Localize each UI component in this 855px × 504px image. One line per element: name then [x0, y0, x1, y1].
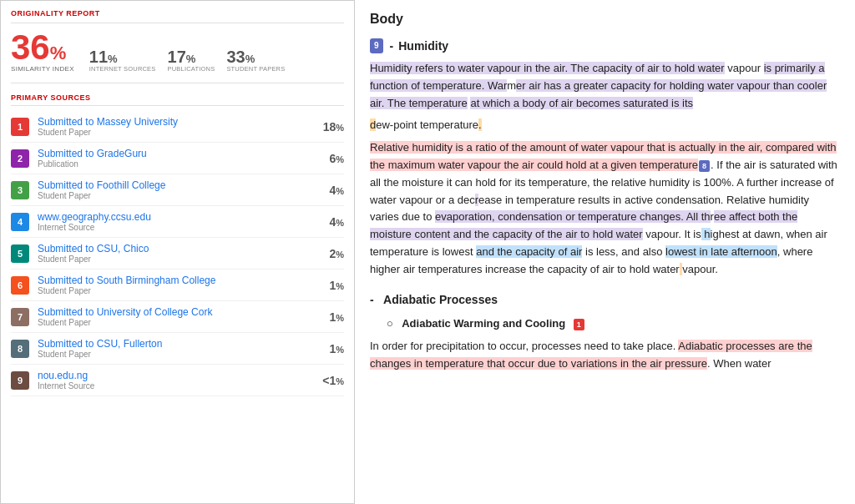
inline-badge-8: 8: [699, 160, 710, 172]
source-title-2[interactable]: Submitted to GradeGuru: [38, 148, 322, 159]
source-sub-5: Student Paper: [38, 255, 322, 264]
similarity-index-label: SIMILARITY INDEX: [11, 65, 74, 73]
source-info-4: www.geography.ccsu.edu Internet Source: [38, 211, 322, 232]
highlight-blue-3: lowest in late afternoon: [665, 245, 777, 258]
source-number-1: 1: [11, 118, 29, 136]
source-item-6[interactable]: 6 Submitted to South Birmingham College …: [11, 270, 344, 301]
source-number-2: 2: [11, 149, 29, 168]
internet-sources-label: INTERNET SOURCES: [89, 65, 156, 73]
highlight-pink-1: Relative humidity is a ratio of the amou…: [370, 141, 837, 171]
similarity-value-number: 36: [11, 28, 50, 67]
highlight-blue-2: and the capacity of air: [476, 245, 582, 258]
source-pct-6: 1%: [329, 279, 344, 292]
source-sub-3: Student Paper: [38, 191, 322, 200]
source-number-7: 7: [11, 308, 29, 326]
humidity-dash: -: [390, 37, 394, 55]
humidity-paragraph-3: Relative humidity is a ratio of the amou…: [370, 139, 840, 278]
metrics-row: 36% SIMILARITY INDEX 11% INTERNET SOURCE…: [11, 30, 344, 83]
source-info-9: nou.edu.ng Internet Source: [38, 370, 316, 391]
source-title-5[interactable]: Submitted to CSU, Chico: [38, 243, 322, 255]
source-info-7: Submitted to University of College Cork …: [38, 306, 322, 327]
similarity-index-metric: 36% SIMILARITY INDEX: [11, 30, 74, 73]
publications-metric: 17% PUBLICATIONS: [168, 48, 215, 73]
small-metrics-group: 11% INTERNET SOURCES 17% PUBLICATIONS 33…: [89, 48, 286, 73]
source-info-3: Submitted to Foothill College Student Pa…: [38, 179, 322, 200]
adiabatic-paragraph-1: In order for precipitation to occur, pro…: [370, 338, 840, 373]
similarity-index-value: 36%: [11, 30, 74, 65]
source-pct-2: 6%: [329, 152, 344, 165]
source-number-8: 8: [11, 340, 29, 358]
highlight-orange-3: [680, 263, 683, 275]
source-pct-4: 4%: [329, 215, 344, 229]
source-title-3[interactable]: Submitted to Foothill College: [38, 179, 322, 191]
source-item-5[interactable]: 5 Submitted to CSU, Chico Student Paper …: [11, 238, 344, 270]
source-pct-5: 2%: [329, 247, 344, 260]
source-title-8[interactable]: Submitted to CSU, Fullerton: [38, 338, 322, 350]
document-content-panel: Body 9 - Humidity Humidity refers to wat…: [355, 0, 855, 504]
highlight-purple-5: r: [475, 194, 478, 206]
source-title-4[interactable]: www.geography.ccsu.edu: [38, 211, 322, 223]
source-title-7[interactable]: Submitted to University of College Cork: [38, 306, 322, 318]
source-title-6[interactable]: Submitted to South Birmingham College: [38, 275, 322, 286]
source-item-3[interactable]: 3 Submitted to Foothill College Student …: [11, 174, 344, 206]
source-info-1: Submitted to Massey University Student P…: [38, 116, 316, 137]
internet-sources-value: 11%: [89, 48, 118, 65]
source-sub-2: Publication: [38, 159, 322, 169]
source-pct-8: 1%: [329, 342, 344, 355]
source-title-1[interactable]: Submitted to Massey University: [38, 116, 316, 128]
source-sub-6: Student Paper: [38, 286, 322, 295]
source-info-6: Submitted to South Birmingham College St…: [38, 275, 322, 295]
source-number-3: 3: [11, 181, 29, 199]
student-papers-value: 33%: [226, 48, 255, 65]
student-papers-label: STUDENT PAPERS: [226, 65, 285, 73]
source-pct-7: 1%: [329, 310, 344, 324]
primary-sources-label: PRIMARY SOURCES: [11, 93, 344, 106]
source-sub-7: Student Paper: [38, 318, 322, 327]
source-pct-1: 18%: [323, 120, 344, 134]
humidity-badge: 9: [370, 38, 383, 53]
source-info-2: Submitted to GradeGuru Publication: [38, 148, 322, 169]
source-sub-4: Internet Source: [38, 223, 322, 232]
source-number-9: 9: [11, 371, 29, 390]
highlight-pink-2: Adiabatic processes are the changes in t…: [370, 340, 812, 370]
highlight-purple-6: evaporation, condensation or temperature…: [435, 210, 711, 223]
originality-label: ORIGINALITY REPORT: [11, 9, 344, 23]
source-sub-9: Internet Source: [38, 381, 316, 391]
publications-label: PUBLICATIONS: [168, 65, 215, 73]
highlight-orange-2: .: [478, 118, 482, 131]
source-pct-9: <1%: [322, 374, 344, 387]
adiabatic-processes-heading: - Adiabatic Processes: [370, 290, 840, 309]
source-title-9[interactable]: nou.edu.ng: [38, 370, 316, 381]
humidity-paragraph-1: Humidity refers to water vapour in the a…: [370, 60, 840, 112]
source-number-5: 5: [11, 244, 29, 263]
source-item-4[interactable]: 4 www.geography.ccsu.edu Internet Source…: [11, 206, 344, 238]
source-item-2[interactable]: 2 Submitted to GradeGuru Publication 6%: [11, 143, 344, 174]
adiabatic-badge-red: 1: [574, 319, 584, 330]
source-pct-3: 4%: [329, 184, 344, 197]
originality-report-panel: ORIGINALITY REPORT 36% SIMILARITY INDEX …: [0, 0, 355, 504]
similarity-value-pct: %: [50, 43, 67, 63]
highlight-blue-1: h: [701, 228, 711, 240]
source-item-9[interactable]: 9 nou.edu.ng Internet Source <1%: [11, 365, 344, 396]
humidity-section-header: 9 - Humidity: [370, 37, 840, 55]
humidity-paragraph-2: dew-point temperature.: [370, 117, 840, 134]
highlight-orange-1: d: [370, 118, 376, 131]
internet-sources-metric: 11% INTERNET SOURCES: [89, 48, 156, 73]
body-heading: Body: [370, 8, 840, 30]
publications-value: 17%: [168, 48, 196, 65]
source-sub-1: Student Paper: [38, 128, 316, 137]
source-number-4: 4: [11, 213, 29, 231]
source-info-8: Submitted to CSU, Fullerton Student Pape…: [38, 338, 322, 359]
source-item-7[interactable]: 7 Submitted to University of College Cor…: [11, 301, 344, 333]
source-sub-8: Student Paper: [38, 350, 322, 359]
source-item-8[interactable]: 8 Submitted to CSU, Fullerton Student Pa…: [11, 333, 344, 365]
humidity-title: Humidity: [398, 37, 448, 55]
highlight-purple-1: Humidity refers to water vapour in the a…: [370, 62, 725, 74]
source-number-6: 6: [11, 276, 29, 295]
student-papers-metric: 33% STUDENT PAPERS: [226, 48, 285, 73]
highlight-purple-4: at which a body of air becomes saturated…: [470, 97, 693, 109]
source-item-1[interactable]: 1 Submitted to Massey University Student…: [11, 111, 344, 143]
source-info-5: Submitted to CSU, Chico Student Paper: [38, 243, 322, 264]
adiabatic-warming-cooling-heading: ○ Adiabatic Warming and Cooling 1: [387, 315, 840, 333]
